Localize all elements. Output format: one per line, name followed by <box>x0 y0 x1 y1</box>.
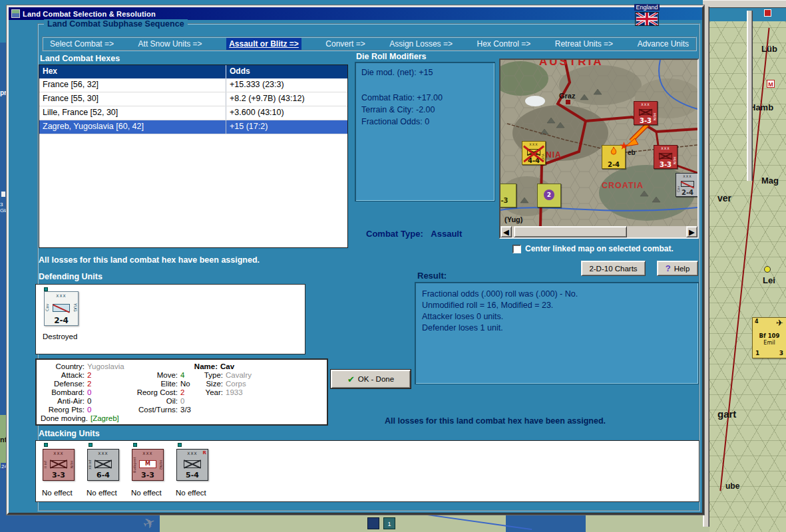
table-row[interactable]: France [56, 32] +15.333 (23:3) <box>39 78 347 92</box>
attacking-unit-counter[interactable]: XXX II Inf HUN 3-3 <box>43 449 75 481</box>
map-unit-edge-partial[interactable]: -3 <box>500 184 516 207</box>
country-value: Yugoslavia <box>85 362 178 371</box>
result-panel: Fractional odds (.000) roll was (.000) -… <box>415 282 699 384</box>
step-select-combat[interactable]: Select Combat => <box>50 39 114 49</box>
titlebar[interactable]: Land Combat Selection & Resolution <box>9 7 702 20</box>
center-map-checkbox-label[interactable]: Center linked map on selected combat. <box>525 244 674 253</box>
step-assault-or-blitz[interactable]: Assault or Blitz => <box>226 38 301 50</box>
result-line-4: Defender loses 1 unit. <box>422 323 691 334</box>
scroll-left-button[interactable]: ◀ <box>500 226 512 237</box>
infantry-symbol-icon <box>184 460 201 468</box>
die-mod-net: Die mod. (net): +15 <box>361 68 489 77</box>
step-assign-losses[interactable]: Assign Losses => <box>389 39 453 49</box>
reorg-pts-value: 0 <box>85 406 134 414</box>
result-line-2: Unmodified roll = 16, Modified = 23. <box>422 300 691 311</box>
attacking-unit-counter[interactable]: XXX R 5-4 <box>176 449 208 481</box>
result-line-3: Attacker loses 0 units. <box>422 311 691 323</box>
unit-size-label: XXX <box>641 103 650 106</box>
help-button[interactable]: ? Help <box>657 261 698 276</box>
attack-value: 2 <box>85 371 134 380</box>
antiair-label: Anti-Air: <box>41 397 85 406</box>
scroll-right-button[interactable]: ▶ <box>686 226 697 237</box>
step-convert[interactable]: Convert => <box>325 39 365 49</box>
scrollbar-thumb[interactable] <box>514 226 627 237</box>
england-label: England <box>634 4 659 11</box>
background-window-frame-inner <box>747 11 753 181</box>
hex-cell: France [55, 30] <box>39 92 226 106</box>
table-row[interactable]: Lille, France [52, 30] +3.600 (43:10) <box>39 106 347 120</box>
combat-type-value: Assault <box>431 229 462 239</box>
column-header-hex[interactable]: Hex <box>39 65 226 78</box>
elite-label: Elite: <box>134 380 178 388</box>
unit-location: [Zagreb] <box>91 414 119 423</box>
type-value: Cavalry <box>223 371 252 380</box>
charts-button[interactable]: 2-D-10 Charts <box>581 261 646 276</box>
unit-type-label: Cav <box>45 295 49 319</box>
map-marker-counter[interactable]: 2 <box>537 184 561 207</box>
unit-strength: -3 <box>500 198 508 203</box>
england-flag-panel: England <box>631 0 663 21</box>
combat-ratio: Combat Ratio: +17.00 <box>361 93 489 102</box>
aircraft-sprite-icon: ✈ <box>140 513 158 532</box>
step-advance-units[interactable]: Advance Units <box>638 39 689 49</box>
table-row[interactable]: France [55, 30] +8.2 (+9.7B) (43:12) <box>39 92 347 106</box>
details-row: Attack: 2 Move: 4 Type: Cavalry <box>41 371 323 380</box>
map-city-dot <box>764 266 771 273</box>
cost-turns-label: Cost/Turns: <box>134 406 178 414</box>
name-value: Cav <box>218 362 234 371</box>
country-label: Country: <box>41 362 85 371</box>
odds-cell: +3.600 (43:10) <box>226 106 347 120</box>
fractional-odds: Fractional Odds: 0 <box>361 117 489 126</box>
losses-assigned-note-top: All losses for this land combat hex have… <box>39 255 260 265</box>
unit-strength: 2-4 <box>54 317 69 324</box>
bottom-unit-counter <box>367 517 379 529</box>
map-unit-zagreb-defender[interactable]: 2-4 <box>602 145 626 169</box>
map-city-hamb: Hamb <box>749 102 773 112</box>
infantry-symbol-icon <box>50 460 67 468</box>
step-hex-control[interactable]: Hex Control => <box>477 39 531 49</box>
rail-line <box>719 28 769 491</box>
defending-unit-counter[interactable]: XXX Cav YUG 2-4 <box>44 291 79 326</box>
map-unit-budapest[interactable]: XXX HUN 3-3 <box>654 145 678 169</box>
attacking-unit-counter[interactable]: XXX XII Inf 6-4 <box>87 449 119 481</box>
unit-size-label: XXX <box>53 452 63 456</box>
attacking-units-title: Attacking Units <box>39 429 100 438</box>
air-counter-right-value: 3 <box>779 350 783 356</box>
air-counter-left-value: 1 <box>755 350 759 356</box>
map-label-austria: AUSTRIA <box>539 60 604 68</box>
antiair-value: 0 <box>85 397 134 406</box>
odds-cell: +15.333 (23:3) <box>226 78 347 92</box>
bf109-air-unit-counter[interactable]: 4 ✈ Bf 109 Emil 1 3 <box>752 317 786 358</box>
hex-cell: Lille, France [52, 30] <box>39 106 226 120</box>
combat-type-row: Combat Type: Assault <box>366 229 462 239</box>
ok-done-button[interactable]: ✔ OK - Done <box>331 370 411 388</box>
map-unit-yug-destroyed[interactable]: XXX YUG 4-4 <box>522 141 546 165</box>
map-city-gart: gart <box>717 408 736 420</box>
ship-icon <box>1 192 5 197</box>
burning-city-icon <box>609 147 618 156</box>
center-map-checkbox[interactable] <box>512 245 521 253</box>
hex-cell: France [56, 32] <box>39 78 226 92</box>
table-row-selected[interactable]: Zagreb, Yugoslavia [60, 42] +15 (17:2) <box>39 120 347 134</box>
step-retreat-units[interactable]: Retreat Units => <box>555 39 613 49</box>
attacker-status: No effect <box>42 489 73 497</box>
map-city-mag: Mag <box>761 176 779 186</box>
map-label-croatia: CROATIA <box>602 181 644 190</box>
attacking-unit-counter[interactable]: XXX Budapest HUN2 M 3-3 <box>132 449 164 481</box>
unit-select-dot <box>89 443 93 447</box>
unit-strength: 3-3 <box>52 472 65 479</box>
details-row: Reorg Pts: 0 Cost/Turns: 3/3 <box>41 406 323 414</box>
column-header-odds[interactable]: Odds <box>226 65 347 78</box>
map-view[interactable]: AUSTRIA Graz VENIA CROATIA (Yug) eb XXX … <box>500 60 697 226</box>
details-row: Defense: 2 Elite: No Size: Corps <box>41 380 323 388</box>
help-button-label: Help <box>674 265 690 273</box>
map-label-graz: Graz <box>559 92 575 100</box>
bottom-unit-counter-2: 1 <box>383 517 395 529</box>
map-unit-cav-east[interactable]: XXX Cav 2-4 <box>676 173 697 197</box>
attacker-status: No effect <box>176 489 206 497</box>
map-unit-hun-north[interactable]: XXX HUN 3-3 <box>634 101 658 125</box>
step-att-snow-units[interactable]: Att Snow Units => <box>138 39 202 49</box>
terrain-city: Terrain & City: -2.00 <box>361 105 489 114</box>
window-icon <box>11 9 20 18</box>
marker-value: 2 <box>544 190 554 200</box>
